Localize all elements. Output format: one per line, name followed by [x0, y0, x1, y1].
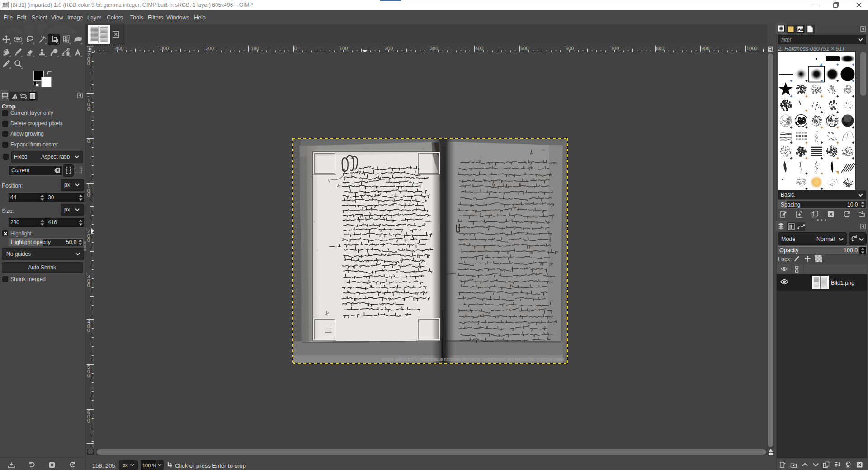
svg-text:Aa: Aa — [798, 27, 803, 32]
